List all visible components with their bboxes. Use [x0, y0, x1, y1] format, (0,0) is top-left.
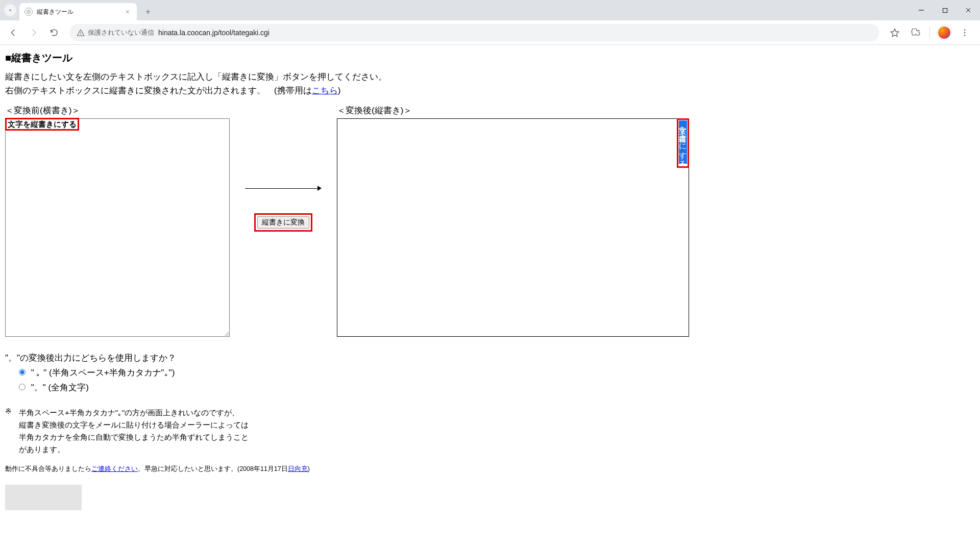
back-button[interactable]	[4, 23, 22, 42]
note-symbol: ※	[5, 407, 12, 456]
page-content: ■縦書きツール 縦書きにしたい文を左側のテキストボックスに記入し「縦書きに変換」…	[0, 45, 980, 514]
output-text: 文字を縦書きにする	[679, 120, 688, 164]
close-icon	[125, 9, 130, 14]
options-group: "。"の変換後出力にどちらを使用しますか？ " ｡ " (半角スペース+半角カタ…	[5, 352, 975, 395]
warning-icon	[77, 29, 85, 37]
tab-strip: 縦書きツール	[0, 0, 980, 20]
option-1-radio[interactable]	[19, 369, 26, 375]
svg-rect-1	[943, 8, 947, 12]
option-2-radio[interactable]	[19, 384, 26, 390]
maximize-icon	[942, 8, 948, 13]
note-block: ※ 半角スペース+半角カタカナ"｡"の方が画面上きれいなのですが、 縦書き変換後…	[5, 407, 975, 456]
reload-icon	[50, 28, 59, 37]
option-2[interactable]: "。" (全角文字)	[16, 381, 975, 395]
window-controls	[910, 0, 980, 20]
page-title: ■縦書きツール	[5, 51, 975, 65]
mobile-link[interactable]: こちら	[312, 86, 338, 95]
option-1[interactable]: " ｡ " (半角スペース+半角カタカナ"｡")	[16, 366, 975, 381]
profile-button[interactable]	[935, 23, 953, 42]
puzzle-icon	[910, 28, 920, 38]
window-maximize-button[interactable]	[933, 0, 957, 20]
globe-icon	[24, 8, 33, 16]
extensions-button[interactable]	[906, 23, 924, 42]
intro-text: 縦書きにしたい文を左側のテキストボックスに記入し「縦書きに変換」ボタンを押してく…	[5, 70, 975, 97]
footer-post: )	[308, 465, 310, 472]
intro-line1: 縦書きにしたい文を左側のテキストボックスに記入し「縦書きに変換」ボタンを押してく…	[5, 72, 387, 82]
tab-search-button[interactable]	[4, 4, 16, 16]
toolbar-divider	[929, 27, 930, 39]
middle-column: 縦書きに変換	[230, 105, 337, 230]
tab-close-button[interactable]	[124, 8, 132, 16]
note-line2: 縦書き変換後の文字をメールに貼り付ける場合メーラーによっては	[19, 420, 249, 429]
tab-title: 縦書きツール	[37, 8, 124, 16]
footer-text: 動作に不具合等ありましたらご連絡ください。早急に対応したいと思います。(2008…	[5, 465, 975, 473]
svg-point-4	[964, 32, 966, 33]
options-question: "。"の変換後出力にどちらを使用しますか？	[5, 352, 975, 364]
close-icon	[965, 7, 971, 13]
address-bar[interactable]: 保護されていない通信 hinata.la.coocan.jp/tool/tate…	[69, 24, 879, 41]
option-2-label: "。" (全角文字)	[31, 383, 89, 392]
note-line3: 半角カタカナを全角に自動で変換しまうため半角ずれてしまうこと	[19, 433, 249, 441]
output-highlight: 文字を縦書きにする	[678, 120, 688, 166]
input-textarea[interactable]	[5, 118, 230, 337]
plus-icon	[144, 8, 152, 15]
intro-line2-pre: 右側のテキストボックスに縦書きに変換された文が出力されます。 (携帯用は	[5, 86, 312, 95]
output-box[interactable]: 文字を縦書きにする	[337, 118, 689, 337]
star-icon	[890, 28, 900, 38]
author-link[interactable]: 日向充	[288, 465, 308, 472]
chevron-down-icon	[7, 7, 13, 13]
kebab-icon	[960, 28, 969, 37]
bottom-placeholder	[5, 485, 82, 510]
before-label: ＜変換前(横書き)＞	[5, 105, 230, 116]
window-close-button[interactable]	[957, 0, 980, 20]
arrow-icon	[245, 185, 322, 191]
new-tab-button[interactable]	[141, 5, 155, 19]
svg-point-2	[80, 34, 81, 35]
minimize-icon	[918, 7, 924, 13]
menu-button[interactable]	[955, 23, 974, 42]
bookmark-button[interactable]	[886, 23, 904, 42]
note-line1: 半角スペース+半角カタカナ"｡"の方が画面上きれいなのですが、	[19, 408, 239, 417]
svg-point-5	[964, 34, 966, 36]
arrow-right-icon	[29, 28, 38, 37]
site-security-chip[interactable]: 保護されていない通信	[77, 28, 154, 37]
output-column: ＜変換後(縦書き)＞ 文字を縦書きにする	[337, 105, 689, 337]
reload-button[interactable]	[45, 23, 63, 42]
forward-button[interactable]	[24, 23, 43, 42]
convert-button-highlight: 縦書きに変換	[256, 215, 311, 230]
convert-button[interactable]: 縦書きに変換	[257, 216, 309, 229]
intro-line2-post: )	[338, 86, 341, 95]
footer-mid: 。早急に対応したいと思います。(2008年11月17日	[138, 465, 288, 472]
url-text: hinata.la.coocan.jp/tool/tategaki.cgi	[158, 29, 270, 37]
browser-tab[interactable]: 縦書きツール	[19, 3, 137, 20]
after-label: ＜変換後(縦書き)＞	[337, 105, 689, 116]
security-label: 保護されていない通信	[88, 28, 154, 37]
note-line4: があります。	[19, 445, 65, 454]
arrow-left-icon	[9, 28, 18, 37]
contact-link[interactable]: ご連絡ください	[91, 465, 138, 472]
option-1-label: " ｡ " (半角スペース+半角カタカナ"｡")	[31, 368, 175, 378]
svg-point-3	[964, 29, 966, 31]
footer-pre: 動作に不具合等ありましたら	[5, 465, 91, 472]
avatar-icon	[937, 26, 951, 40]
input-column: ＜変換前(横書き)＞ 文字を縦書きにする	[5, 105, 230, 339]
toolbar: 保護されていない通信 hinata.la.coocan.jp/tool/tate…	[0, 20, 980, 45]
window-minimize-button[interactable]	[910, 0, 933, 20]
